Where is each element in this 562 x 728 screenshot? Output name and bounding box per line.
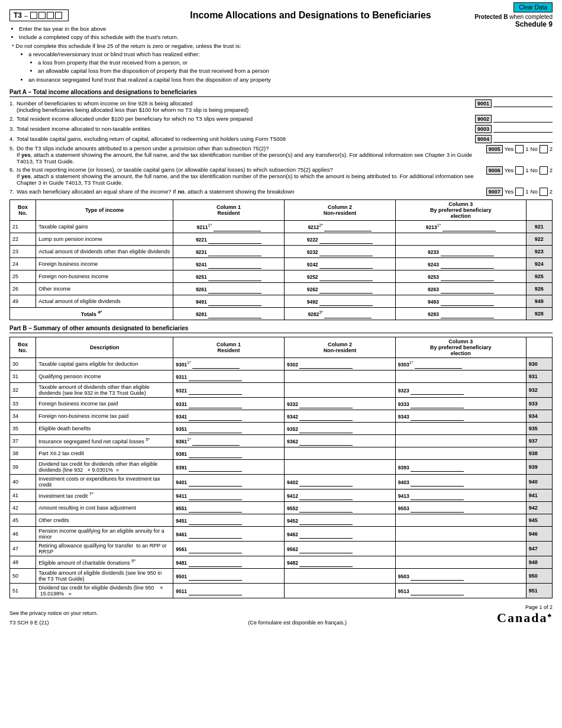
part-a-header: Part A – Total income allocations and de… bbox=[9, 89, 553, 97]
input-9511[interactable] bbox=[189, 586, 242, 595]
input-9562[interactable] bbox=[299, 544, 353, 553]
answer-9004[interactable] bbox=[493, 135, 553, 143]
clear-data-button[interactable]: Clear Data bbox=[513, 2, 553, 12]
input-9323[interactable] bbox=[411, 385, 464, 395]
input-9243[interactable] bbox=[441, 259, 494, 269]
input-9251[interactable] bbox=[208, 272, 261, 281]
table-row: 21 Taxable capital gains 92111* 92122* 9… bbox=[10, 220, 553, 233]
input-9493[interactable] bbox=[441, 297, 494, 306]
input-9281[interactable] bbox=[208, 309, 261, 318]
input-9221[interactable] bbox=[208, 234, 261, 244]
input-9333[interactable] bbox=[411, 399, 464, 408]
input-9321[interactable] bbox=[189, 385, 242, 395]
input-9403[interactable] bbox=[411, 477, 464, 487]
input-9303[interactable] bbox=[415, 359, 462, 369]
part-a-questions: 1. Number of beneficiaries to whom incom… bbox=[9, 99, 553, 196]
input-9341[interactable] bbox=[189, 411, 242, 421]
input-9211[interactable] bbox=[214, 222, 261, 231]
no-box-9006[interactable] bbox=[540, 166, 548, 175]
right-box-header-b bbox=[526, 337, 552, 357]
input-9461[interactable] bbox=[189, 529, 242, 539]
input-9412[interactable] bbox=[299, 491, 353, 500]
instructions-section: Enter the tax year in the box above Incl… bbox=[9, 25, 553, 84]
input-9283[interactable] bbox=[441, 309, 494, 318]
yes-box-9007[interactable] bbox=[515, 188, 524, 196]
t3-sq4[interactable] bbox=[55, 12, 62, 19]
input-9262[interactable] bbox=[319, 284, 373, 294]
no-box-9005[interactable] bbox=[540, 145, 548, 153]
input-9452[interactable] bbox=[299, 516, 353, 525]
input-9342[interactable] bbox=[299, 411, 353, 421]
table-row: 22 Lump sum pension income 9221 9222 922 bbox=[10, 233, 553, 245]
part-b-table-body: 30 Taxable capital gains eligible for de… bbox=[10, 357, 553, 598]
input-9242[interactable] bbox=[319, 259, 373, 269]
input-9301[interactable] bbox=[192, 359, 240, 369]
input-9282[interactable] bbox=[324, 309, 372, 318]
table-row: 45 Other credits 9451 9452 945 bbox=[10, 514, 553, 526]
no-box-9007[interactable] bbox=[540, 188, 548, 196]
input-9302[interactable] bbox=[299, 359, 353, 369]
input-9462[interactable] bbox=[299, 529, 353, 539]
t3-sq2[interactable] bbox=[38, 12, 46, 19]
privacy-notice: See the privacy notice on your return. T… bbox=[9, 610, 98, 626]
input-9352[interactable] bbox=[299, 424, 353, 433]
input-9491[interactable] bbox=[208, 297, 261, 306]
code-9003: 9003 bbox=[475, 125, 492, 133]
input-9362[interactable] bbox=[299, 436, 353, 446]
t3-sq1[interactable] bbox=[30, 12, 37, 19]
input-9212[interactable] bbox=[324, 222, 372, 231]
input-9561[interactable] bbox=[189, 544, 242, 553]
input-9381[interactable] bbox=[189, 449, 242, 458]
input-9331[interactable] bbox=[189, 399, 242, 408]
table-row: 34 Foreign non-business income tax paid … bbox=[10, 410, 553, 422]
yes-box-9006[interactable] bbox=[515, 166, 524, 175]
input-9393[interactable] bbox=[411, 462, 464, 472]
answer-9002[interactable] bbox=[493, 115, 553, 123]
input-9492[interactable] bbox=[319, 297, 373, 306]
input-9503[interactable] bbox=[411, 571, 464, 581]
input-9402[interactable] bbox=[299, 477, 353, 487]
t3-sq3[interactable] bbox=[47, 12, 54, 19]
input-9411[interactable] bbox=[189, 491, 242, 500]
input-9231[interactable] bbox=[208, 247, 261, 256]
input-9241[interactable] bbox=[208, 259, 261, 269]
code-9005: 9005 bbox=[486, 145, 503, 153]
input-9263[interactable] bbox=[441, 284, 494, 294]
input-9401[interactable] bbox=[189, 477, 242, 487]
input-9482[interactable] bbox=[299, 558, 353, 567]
input-9213[interactable] bbox=[443, 222, 496, 231]
input-9351[interactable] bbox=[189, 424, 242, 433]
input-9451[interactable] bbox=[189, 516, 242, 525]
input-9253[interactable] bbox=[441, 272, 494, 281]
input-9552[interactable] bbox=[299, 503, 353, 513]
input-9261[interactable] bbox=[208, 284, 261, 294]
input-9481[interactable] bbox=[189, 558, 242, 567]
input-9332[interactable] bbox=[299, 399, 353, 408]
table-row: 23 Actual amount of dividends other than… bbox=[10, 245, 553, 257]
input-9311[interactable] bbox=[189, 372, 242, 381]
input-9233[interactable] bbox=[441, 247, 494, 256]
answer-9003[interactable] bbox=[493, 125, 553, 133]
code-9006: 9006 bbox=[486, 166, 503, 175]
table-row: 47 Retiring allowance qualifying for tra… bbox=[10, 541, 553, 556]
canada-logo: Canada♣ bbox=[497, 610, 553, 626]
input-9501[interactable] bbox=[189, 571, 242, 581]
input-9391[interactable] bbox=[189, 462, 242, 472]
input-9553[interactable] bbox=[411, 503, 464, 513]
part-b-summary-table: BoxNo. Description Column 1Resident Colu… bbox=[9, 337, 553, 598]
col3-header-b: Column 3By preferred beneficiaryelection bbox=[395, 337, 526, 357]
table-row: 32 Taxable amount of dividends other tha… bbox=[10, 382, 553, 397]
input-9252[interactable] bbox=[319, 272, 373, 281]
input-9513[interactable] bbox=[411, 586, 464, 595]
input-9343[interactable] bbox=[411, 411, 464, 421]
input-9551[interactable] bbox=[189, 503, 242, 513]
input-9222[interactable] bbox=[319, 234, 373, 244]
table-row: 39 Dividend tax credit for dividends oth… bbox=[10, 459, 553, 474]
input-9413[interactable] bbox=[411, 491, 464, 500]
input-9232[interactable] bbox=[319, 247, 373, 256]
yes-box-9005[interactable] bbox=[515, 145, 524, 153]
input-9361[interactable] bbox=[192, 436, 240, 446]
answer-9001[interactable] bbox=[493, 99, 553, 107]
question-4: 4. Total taxable capital gains, excludin… bbox=[9, 135, 553, 143]
totals-row: Totals 4* 9281 92823* 9283 928 bbox=[10, 307, 553, 320]
